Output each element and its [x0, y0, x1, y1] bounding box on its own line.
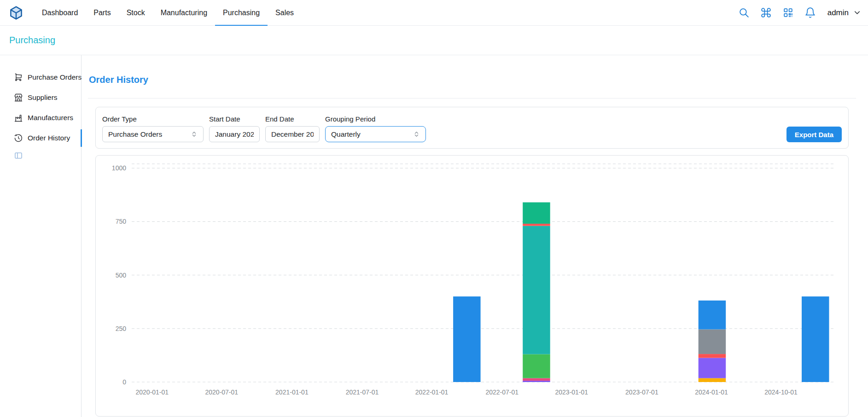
building-store-icon [14, 93, 23, 102]
tab-sales[interactable]: Sales [268, 0, 302, 25]
sidebar-collapse-button[interactable] [14, 151, 23, 162]
tab-stock[interactable]: Stock [119, 0, 153, 25]
order-history-chart[interactable]: 025050075010002020-01-012020-07-012021-0… [96, 156, 848, 416]
barcode-scan-icon [782, 7, 794, 18]
start-date-input[interactable] [209, 126, 260, 142]
navbar-actions: admin [734, 3, 862, 23]
end-date-label: End Date [265, 115, 320, 123]
barcode-scan-button[interactable] [779, 3, 798, 23]
tab-parts-label: Parts [93, 9, 111, 17]
page-title: Order History [89, 75, 856, 85]
svg-text:2024-01-01: 2024-01-01 [695, 388, 728, 396]
svg-text:2021-01-01: 2021-01-01 [275, 388, 309, 396]
bell-icon [804, 7, 816, 18]
page-header: Purchasing [0, 26, 868, 55]
username: admin [827, 8, 849, 17]
sidebar-item-label: Purchase Orders [28, 73, 82, 81]
user-menu[interactable]: admin [827, 8, 862, 17]
tab-sales-label: Sales [275, 9, 294, 17]
svg-text:250: 250 [116, 325, 127, 332]
tab-dashboard[interactable]: Dashboard [34, 0, 86, 25]
tab-manufacturing-label: Manufacturing [161, 9, 207, 17]
filter-panel: Order Type Purchase Orders Start Date En… [95, 107, 849, 149]
sidebar-item-label: Manufacturers [28, 114, 73, 122]
main-panel: Order History Order Type Purchase Orders… [82, 55, 868, 417]
history-icon [14, 133, 23, 143]
svg-text:2023-01-01: 2023-01-01 [555, 388, 588, 396]
tab-stock-label: Stock [127, 9, 145, 17]
selector-chevrons-icon [191, 131, 198, 138]
start-date-group: Start Date [209, 115, 260, 142]
svg-text:1000: 1000 [112, 164, 126, 172]
tab-manufacturing[interactable]: Manufacturing [153, 0, 215, 25]
grouping-period-select[interactable]: Quarterly [325, 126, 426, 142]
building-factory-icon [14, 113, 23, 122]
end-date-input[interactable] [265, 126, 320, 142]
sidebar-item-purchase-orders[interactable]: Purchase Orders [0, 67, 81, 87]
heading-divider [88, 98, 856, 98]
svg-text:500: 500 [116, 272, 127, 279]
tab-purchasing-label: Purchasing [223, 9, 260, 17]
search-icon [738, 7, 750, 18]
start-date-label: Start Date [209, 115, 260, 123]
svg-text:2022-01-01: 2022-01-01 [415, 388, 449, 396]
selector-chevrons-icon [413, 131, 420, 138]
grouping-period-label: Grouping Period [325, 115, 426, 123]
sidebar-item-manufacturers[interactable]: Manufacturers [0, 108, 81, 128]
svg-text:2024-10-01: 2024-10-01 [764, 388, 798, 396]
breadcrumb-purchasing[interactable]: Purchasing [9, 35, 55, 46]
svg-text:2021-07-01: 2021-07-01 [346, 388, 379, 396]
tab-dashboard-label: Dashboard [42, 9, 78, 17]
main-tabs: Dashboard Parts Stock Manufacturing Purc… [34, 0, 302, 25]
chevron-down-icon [853, 8, 862, 17]
svg-text:750: 750 [116, 218, 127, 225]
grouping-period-value: Quarterly [331, 130, 361, 139]
search-button[interactable] [734, 3, 754, 23]
svg-text:2020-07-01: 2020-07-01 [205, 388, 238, 396]
order-history-chart-card: 025050075010002020-01-012020-07-012021-0… [95, 155, 849, 417]
sidebar-item-order-history[interactable]: Order History [0, 128, 81, 148]
export-data-button[interactable]: Export Data [786, 127, 842, 142]
command-icon [760, 7, 772, 18]
inventree-package-logo-icon [8, 5, 24, 21]
end-date-group: End Date [265, 115, 320, 142]
order-type-label: Order Type [102, 115, 204, 123]
app-logo[interactable] [8, 5, 24, 21]
sidebar: Purchase Orders Suppliers Manufacturers [0, 55, 82, 417]
order-type-select[interactable]: Purchase Orders [102, 126, 204, 142]
svg-text:2023-07-01: 2023-07-01 [625, 388, 658, 396]
tab-parts[interactable]: Parts [86, 0, 118, 25]
svg-text:0: 0 [122, 378, 126, 386]
svg-text:2022-07-01: 2022-07-01 [485, 388, 518, 396]
sidebar-item-label: Suppliers [28, 93, 58, 102]
sidebar-collapse-icon [14, 151, 23, 160]
tab-purchasing[interactable]: Purchasing [215, 0, 268, 25]
order-type-group: Order Type Purchase Orders [102, 115, 204, 142]
shopping-cart-icon [14, 73, 23, 82]
sidebar-item-label: Order History [28, 134, 70, 142]
order-type-value: Purchase Orders [108, 130, 162, 139]
notifications-button[interactable] [801, 3, 820, 23]
grouping-period-group: Grouping Period Quarterly [325, 115, 426, 142]
top-navbar: Dashboard Parts Stock Manufacturing Purc… [0, 0, 868, 26]
sidebar-item-suppliers[interactable]: Suppliers [0, 87, 81, 108]
svg-text:2020-01-01: 2020-01-01 [135, 388, 169, 396]
command-menu-button[interactable] [757, 3, 776, 23]
